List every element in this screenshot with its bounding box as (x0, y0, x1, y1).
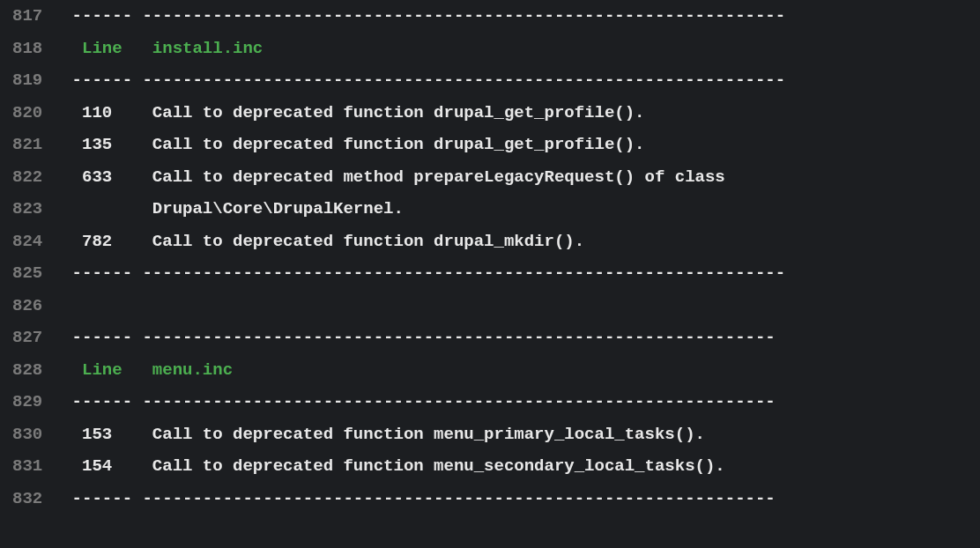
highlighted-text: Line menu.inc (82, 360, 233, 380)
code-text (233, 360, 796, 380)
code-line: Drupal\Core\DrupalKernel. (62, 193, 980, 226)
code-text: Drupal\Core\DrupalKernel. (62, 199, 795, 218)
code-line: 153 Call to deprecated function menu_pri… (62, 418, 980, 451)
line-number: 824 (12, 226, 42, 258)
code-text: ------ ---------------------------------… (62, 263, 795, 283)
code-line: 633 Call to deprecated method prepareLeg… (62, 161, 980, 194)
code-line: Line install.inc (62, 33, 980, 65)
code-line: ------ ---------------------------------… (62, 386, 980, 418)
line-number: 827 (12, 322, 42, 354)
line-number: 830 (12, 418, 42, 451)
code-text: 154 Call to deprecated function menu_sec… (62, 456, 785, 476)
code-text: 110 Call to deprecated function drupal_g… (62, 103, 795, 122)
code-line: 782 Call to deprecated function drupal_m… (62, 226, 980, 258)
code-text: 153 Call to deprecated function menu_pri… (62, 425, 785, 444)
code-text: ------ ---------------------------------… (62, 489, 785, 508)
code-text (62, 39, 82, 58)
code-line: 154 Call to deprecated function menu_sec… (62, 450, 980, 483)
line-number: 828 (12, 354, 42, 387)
code-line: ------ ---------------------------------… (62, 483, 980, 515)
code-text: ------ ---------------------------------… (62, 392, 785, 411)
line-number: 832 (12, 483, 42, 515)
line-number: 826 (12, 290, 42, 322)
line-number: 823 (12, 193, 42, 226)
highlighted-text: Line install.inc (82, 39, 263, 58)
code-line: ------ ---------------------------------… (62, 257, 980, 290)
line-number: 818 (12, 33, 42, 65)
code-text: 782 Call to deprecated function drupal_m… (62, 232, 795, 251)
code-text (263, 39, 806, 58)
line-number: 817 (12, 0, 42, 33)
code-line: ------ ---------------------------------… (62, 64, 980, 97)
code-line: Line menu.inc (62, 354, 980, 387)
line-number-gutter: 8178188198208218228238248258268278288298… (0, 0, 62, 515)
line-number: 831 (12, 450, 42, 483)
code-line: 110 Call to deprecated function drupal_g… (62, 97, 980, 130)
code-line (62, 290, 980, 322)
line-number: 820 (12, 97, 42, 130)
code-text: ------ ---------------------------------… (62, 70, 795, 90)
line-number: 829 (12, 386, 42, 418)
line-number: 821 (12, 129, 42, 161)
code-text (62, 360, 82, 380)
code-content-area[interactable]: ------ ---------------------------------… (62, 0, 980, 515)
code-editor-view: 8178188198208218228238248258268278288298… (0, 0, 980, 515)
line-number: 822 (12, 161, 42, 194)
code-line: 135 Call to deprecated function drupal_g… (62, 129, 980, 161)
code-text: 135 Call to deprecated function drupal_g… (62, 135, 795, 154)
code-line: ------ ---------------------------------… (62, 0, 980, 33)
line-number: 819 (12, 64, 42, 97)
code-text: ------ ---------------------------------… (62, 328, 785, 347)
line-number: 825 (12, 257, 42, 290)
code-text: ------ ---------------------------------… (62, 6, 795, 26)
code-line: ------ ---------------------------------… (62, 322, 980, 354)
code-text: 633 Call to deprecated method prepareLeg… (62, 167, 795, 187)
